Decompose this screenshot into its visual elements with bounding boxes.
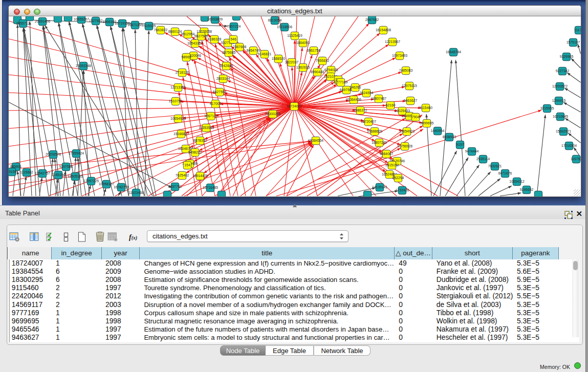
svg-text:10655267: 10655267 xyxy=(74,17,89,21)
svg-text:2055712: 2055712 xyxy=(16,21,30,25)
svg-text:19166827: 19166827 xyxy=(173,132,189,136)
svg-text:8813054: 8813054 xyxy=(268,18,282,22)
svg-text:21364436: 21364436 xyxy=(346,98,361,101)
svg-text:10958107: 10958107 xyxy=(99,182,114,186)
svg-text:18807249: 18807249 xyxy=(372,141,387,144)
svg-text:7955812: 7955812 xyxy=(316,59,330,62)
svg-text:1145194: 1145194 xyxy=(52,173,65,177)
svg-text:20691406: 20691406 xyxy=(35,19,50,23)
svg-text:116753: 116753 xyxy=(571,157,581,161)
svg-text:546: 546 xyxy=(230,37,236,41)
svg-text:9827500: 9827500 xyxy=(194,34,208,38)
svg-text:7663822: 7663822 xyxy=(154,28,168,32)
svg-text:16033809: 16033809 xyxy=(207,17,223,21)
svg-text:9197: 9197 xyxy=(456,143,464,146)
svg-text:1588520: 1588520 xyxy=(272,57,286,60)
svg-text:16210645: 16210645 xyxy=(553,115,568,118)
svg-text:15720407: 15720407 xyxy=(361,120,376,123)
svg-text:12213967: 12213967 xyxy=(385,40,400,43)
svg-text:9463627: 9463627 xyxy=(404,99,418,102)
svg-text:10654925: 10654925 xyxy=(170,117,186,120)
svg-text:6961758: 6961758 xyxy=(307,49,321,52)
svg-text:1733426: 1733426 xyxy=(396,188,409,192)
svg-text:19654923: 19654923 xyxy=(399,129,415,133)
svg-text:154: 154 xyxy=(184,163,190,167)
svg-text:8471676: 8471676 xyxy=(498,171,512,175)
svg-text:11174: 11174 xyxy=(574,28,580,32)
svg-text:19384554: 19384554 xyxy=(308,139,323,142)
svg-text:9227342: 9227342 xyxy=(556,69,570,73)
svg-text:2087682: 2087682 xyxy=(365,18,379,21)
svg-text:11325419: 11325419 xyxy=(287,34,302,37)
svg-text:9084067: 9084067 xyxy=(380,152,394,156)
svg-text:3875685: 3875685 xyxy=(222,51,236,54)
svg-text:8660124: 8660124 xyxy=(168,30,182,33)
svg-text:9242845: 9242845 xyxy=(220,64,233,68)
svg-text:10688609: 10688609 xyxy=(367,129,382,133)
svg-text:2935114: 2935114 xyxy=(476,157,490,161)
svg-text:1864093: 1864093 xyxy=(296,41,310,45)
svg-text:9899695: 9899695 xyxy=(420,121,434,125)
svg-text:1362615: 1362615 xyxy=(296,65,310,69)
svg-text:252254: 252254 xyxy=(393,176,404,180)
svg-text:16154808: 16154808 xyxy=(376,28,391,32)
svg-text:3267110: 3267110 xyxy=(204,114,217,118)
svg-text:19218506: 19218506 xyxy=(277,25,292,29)
svg-text:6794028: 6794028 xyxy=(324,68,338,72)
svg-text:746266: 746266 xyxy=(350,85,361,89)
svg-text:14139141: 14139141 xyxy=(372,185,387,189)
svg-text:3624554: 3624554 xyxy=(360,91,374,95)
svg-text:2367608: 2367608 xyxy=(233,45,247,49)
svg-text:16648784: 16648784 xyxy=(446,50,461,54)
svg-text:7986372: 7986372 xyxy=(354,108,367,112)
svg-text:8938923: 8938923 xyxy=(443,135,456,139)
svg-text:1115682: 1115682 xyxy=(20,170,33,174)
svg-text:1527602: 1527602 xyxy=(89,19,103,23)
svg-text:3215955: 3215955 xyxy=(540,106,554,110)
svg-text:25300205: 25300205 xyxy=(265,112,280,116)
svg-text:5498222: 5498222 xyxy=(188,150,202,154)
svg-text:417005: 417005 xyxy=(210,102,222,105)
svg-text:7632621: 7632621 xyxy=(488,164,502,168)
svg-text:18724007: 18724007 xyxy=(287,104,302,108)
svg-text:62160: 62160 xyxy=(386,103,396,107)
svg-text:8186328: 8186328 xyxy=(208,37,222,41)
svg-text:17016504: 17016504 xyxy=(561,144,577,147)
svg-text:8990448: 8990448 xyxy=(311,70,324,74)
svg-text:8878352: 8878352 xyxy=(193,139,207,142)
svg-text:1510755: 1510755 xyxy=(169,99,183,103)
svg-text:3822037: 3822037 xyxy=(285,60,299,64)
svg-text:7515525: 7515525 xyxy=(142,24,156,28)
svg-text:98965: 98965 xyxy=(182,55,191,59)
svg-text:10756928: 10756928 xyxy=(397,144,412,148)
svg-text:9146821: 9146821 xyxy=(258,52,272,56)
svg-text:7485083: 7485083 xyxy=(399,69,413,72)
svg-text:9329965: 9329965 xyxy=(560,55,574,58)
svg-text:15692971: 15692971 xyxy=(556,129,571,133)
svg-text:7625402: 7625402 xyxy=(176,173,189,177)
svg-text:8912954: 8912954 xyxy=(181,32,195,36)
svg-text:1440954: 1440954 xyxy=(431,129,445,133)
svg-text:9245652: 9245652 xyxy=(520,188,534,191)
svg-text:10654112: 10654112 xyxy=(509,180,525,183)
svg-text:2718126: 2718126 xyxy=(176,71,189,74)
svg-text:12213369: 12213369 xyxy=(170,85,186,89)
svg-text:8427552: 8427552 xyxy=(213,90,227,94)
svg-text:9474444: 9474444 xyxy=(465,149,479,153)
svg-text:15716485: 15716485 xyxy=(203,186,218,189)
svg-text:11923468: 11923468 xyxy=(128,191,144,194)
svg-text:17359924: 17359924 xyxy=(69,151,84,155)
svg-text:2803144: 2803144 xyxy=(216,77,230,80)
svg-text:16671355: 16671355 xyxy=(127,23,143,27)
svg-text:16782759: 16782759 xyxy=(114,185,129,189)
svg-text:7857224: 7857224 xyxy=(227,25,241,28)
svg-text:9397586: 9397586 xyxy=(59,165,73,168)
svg-text:17957225: 17957225 xyxy=(83,179,99,183)
svg-text:12975115: 12975115 xyxy=(402,84,417,87)
svg-text:12505185: 12505185 xyxy=(68,174,83,178)
svg-text:20206576: 20206576 xyxy=(46,152,61,156)
svg-text:39159: 39159 xyxy=(9,170,17,173)
svg-text:1615152: 1615152 xyxy=(385,163,399,167)
svg-text:1244415: 1244415 xyxy=(552,99,566,102)
svg-text:9777169: 9777169 xyxy=(334,80,348,84)
